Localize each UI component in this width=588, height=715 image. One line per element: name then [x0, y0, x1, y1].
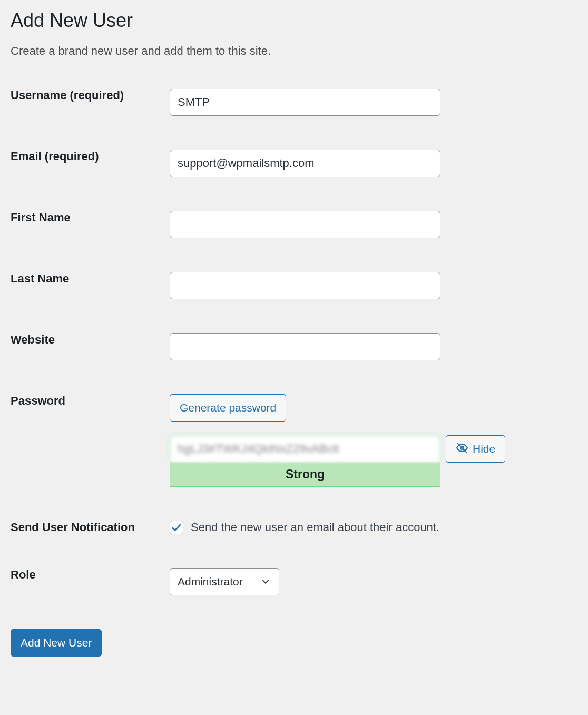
first-name-input[interactable] [170, 211, 440, 238]
first-name-label: First Name [11, 211, 170, 272]
add-new-user-button[interactable]: Add New User [11, 629, 102, 657]
check-icon [171, 522, 182, 533]
website-input[interactable] [170, 333, 440, 360]
send-notification-text: Send the new user an email about their a… [191, 521, 439, 534]
send-notification-label: Send User Notification [11, 521, 170, 568]
hide-password-label: Hide [473, 443, 495, 455]
username-label: Username (required) [11, 89, 170, 150]
hide-password-button[interactable]: Hide [446, 435, 505, 463]
eye-slash-icon [456, 442, 468, 457]
last-name-input[interactable] [170, 272, 440, 299]
send-notification-checkbox[interactable] [170, 521, 183, 534]
last-name-label: Last Name [11, 272, 170, 333]
email-label: Email (required) [11, 150, 170, 211]
page-title: Add New User [11, 9, 577, 32]
username-input[interactable] [170, 89, 440, 116]
website-label: Website [11, 333, 170, 394]
add-user-form: Username (required) Email (required) Fir… [11, 89, 577, 629]
role-label: Role [11, 568, 170, 629]
password-input[interactable] [170, 435, 440, 462]
generate-password-button[interactable]: Generate password [170, 394, 286, 422]
role-selected-value: Administrator [178, 575, 243, 588]
page-subtitle: Create a brand new user and add them to … [11, 44, 577, 58]
role-select[interactable]: Administrator [170, 568, 279, 595]
password-strength-meter: Strong [170, 462, 440, 487]
email-input[interactable] [170, 150, 440, 177]
chevron-down-icon [260, 576, 271, 587]
password-label: Password [11, 394, 170, 521]
